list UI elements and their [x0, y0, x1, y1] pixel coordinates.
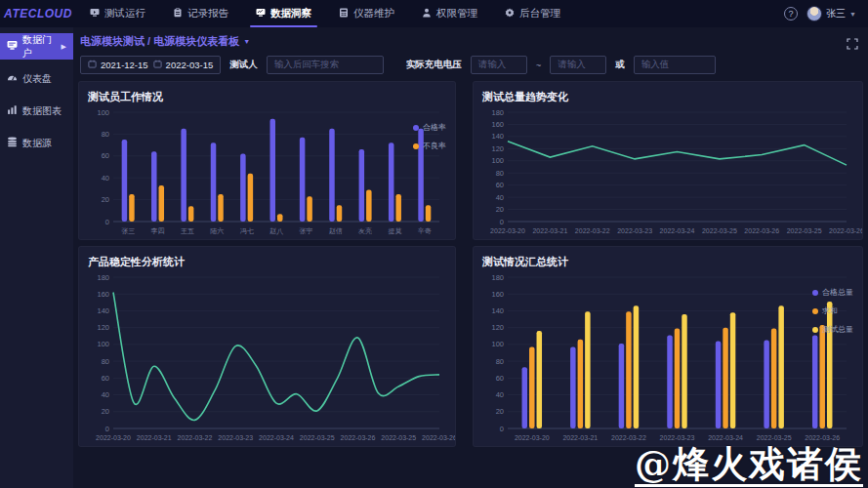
date-end[interactable]: 2022-03-15 — [153, 60, 214, 70]
svg-text:0: 0 — [105, 218, 109, 226]
legend-item[interactable]: 测试总量 — [812, 324, 853, 335]
sidebar-item-dashboard[interactable]: 仪表盘 — [0, 65, 73, 92]
legend-item[interactable]: 合格总量 — [812, 287, 853, 298]
legend-item[interactable]: 合格率 — [413, 122, 446, 133]
breadcrumb[interactable]: 电源模块测试 / 电源模块仪表看板 — [80, 34, 239, 49]
nav-item-test-run[interactable]: 测试运行 — [90, 0, 145, 27]
svg-text:40: 40 — [102, 174, 109, 183]
sidebar-item-label: 数据门户 — [22, 33, 57, 61]
svg-text:2022-03-23: 2022-03-23 — [218, 434, 253, 441]
app-logo[interactable]: ATECLOUD — [0, 7, 76, 20]
svg-text:80: 80 — [102, 357, 109, 366]
legend-label: 不良率 — [423, 141, 446, 151]
svg-text:辛奇: 辛奇 — [418, 227, 432, 234]
value-input[interactable]: 输入值 — [634, 56, 716, 74]
svg-text:赵八: 赵八 — [269, 227, 283, 235]
legend-dot-icon — [812, 327, 818, 333]
watermark: @烽火戏诸侯 — [635, 444, 863, 487]
nav-right: ? 张三 ▼ — [784, 6, 868, 21]
help-icon[interactable]: ? — [784, 7, 798, 20]
svg-text:2022-03-23: 2022-03-23 — [617, 227, 652, 234]
panel-summary: 测试情况汇总统计 0204060801001201401601802022-03… — [473, 246, 863, 447]
legend-dot-icon — [812, 290, 818, 296]
nav-item-backend[interactable]: 后台管理 — [505, 0, 560, 27]
nav-item-label: 记录报告 — [187, 7, 228, 20]
svg-text:20: 20 — [496, 407, 504, 416]
svg-text:2022-03-26: 2022-03-26 — [829, 227, 863, 234]
legend-label: 合格率 — [423, 122, 446, 133]
user-menu[interactable]: 张三 ▼ — [806, 6, 856, 21]
trend-line-chart: 0204060801001201401601802022-03-202022-0… — [478, 106, 858, 237]
svg-text:2022-03-24: 2022-03-24 — [660, 227, 695, 234]
charts-grid: 测试员工作情况 020406080100张三李四王五陆六冯七赵八张宇赵信友亮提莫… — [78, 81, 863, 447]
svg-text:2022-03-21: 2022-03-21 — [532, 227, 567, 234]
svg-text:2022-03-22: 2022-03-22 — [575, 227, 610, 234]
nav-item-permission[interactable]: 权限管理 — [422, 0, 477, 27]
svg-text:2022-03-25: 2022-03-25 — [757, 434, 792, 441]
nav-item-record-report[interactable]: 记录报告 — [173, 0, 228, 27]
fullscreen-icon[interactable] — [847, 36, 858, 54]
top-navigation: ATECLOUD 测试运行 记录报告 数据洞察 仪器维护 权限管理 后台管理 ? — [0, 0, 868, 27]
voltage-label: 实际充电电压 — [406, 59, 462, 71]
svg-text:40: 40 — [496, 390, 504, 399]
voltage-to-select[interactable]: 请输入 — [550, 56, 606, 74]
legend-label: 求和 — [822, 305, 838, 316]
chevron-right-icon: ▶ — [62, 43, 66, 51]
svg-text:160: 160 — [491, 120, 504, 129]
svg-text:2022-03-26: 2022-03-26 — [744, 227, 779, 234]
svg-text:2022-03-25: 2022-03-25 — [702, 227, 737, 234]
chart-title: 测试员工作情况 — [88, 90, 446, 104]
legend-dot-icon — [812, 308, 818, 314]
chart-icon — [7, 104, 18, 117]
calendar-icon — [153, 60, 162, 70]
sidebar-item-label: 数据图表 — [22, 104, 62, 118]
legend-item[interactable]: 不良率 — [413, 141, 446, 151]
stability-line-chart: 0204060801001201401601802022-03-202022-0… — [84, 271, 451, 444]
sidebar-item-data-source[interactable]: 数据源 — [0, 130, 73, 156]
avatar — [806, 6, 822, 21]
svg-text:2022-03-22: 2022-03-22 — [611, 434, 646, 441]
svg-text:2022-03-25: 2022-03-25 — [381, 434, 416, 441]
svg-text:张三: 张三 — [121, 227, 135, 235]
nav-item-label: 测试运行 — [104, 7, 145, 20]
svg-text:100: 100 — [491, 340, 504, 348]
nav-item-data-insight[interactable]: 数据洞察 — [256, 0, 311, 27]
svg-text:100: 100 — [491, 156, 504, 165]
svg-text:80: 80 — [102, 130, 109, 139]
chart-legend: 合格率不良率 — [413, 122, 446, 151]
sidebar-item-label: 数据源 — [22, 137, 52, 150]
svg-text:160: 160 — [97, 290, 109, 299]
summary-bar-chart: 0204060801001201401601802022-03-202022-0… — [478, 271, 858, 444]
main-content: 电源模块测试 / 电源模块仪表看板 ▼ 2021-12-15 2022-03-1… — [73, 27, 868, 488]
svg-text:20: 20 — [496, 205, 504, 214]
sidebar-item-data-charts[interactable]: 数据图表 — [0, 98, 73, 124]
voltage-to-placeholder: 请输入 — [558, 59, 586, 71]
sidebar-item-data-portal[interactable]: 数据门户 ▶ — [0, 33, 73, 60]
nav-item-instrument-maintain[interactable]: 仪器维护 — [339, 0, 394, 27]
svg-text:2022-03-26: 2022-03-26 — [422, 434, 456, 441]
tester-input[interactable]: 输入后回车搜索 — [267, 56, 384, 74]
chart-title: 产品稳定性分析统计 — [88, 255, 446, 269]
username: 张三 — [826, 7, 846, 20]
nav-items: 测试运行 记录报告 数据洞察 仪器维护 权限管理 后台管理 — [90, 0, 784, 27]
legend-item[interactable]: 求和 — [812, 305, 853, 316]
svg-text:提莫: 提莫 — [388, 227, 401, 235]
svg-text:2022-03-21: 2022-03-21 — [562, 434, 598, 441]
voltage-from-select[interactable]: 请输入 — [471, 56, 527, 74]
chart-title: 测试总量趋势变化 — [482, 90, 853, 104]
filter-bar: 2021-12-15 2022-03-15 测试人 输入后回车搜索 实际充电电压… — [80, 56, 863, 74]
nav-item-label: 仪器维护 — [353, 7, 394, 20]
svg-text:2022-03-20: 2022-03-20 — [490, 227, 525, 234]
permission-icon — [422, 8, 432, 20]
svg-text:2022-03-22: 2022-03-22 — [178, 434, 213, 441]
worker-bar-chart: 020406080100张三李四王五陆六冯七赵八张宇赵信友亮提莫辛奇合格率不良率 — [84, 106, 451, 237]
tester-label: 测试人 — [229, 59, 258, 71]
svg-text:140: 140 — [491, 132, 504, 141]
svg-text:20: 20 — [102, 407, 109, 416]
svg-text:0: 0 — [500, 218, 504, 226]
portal-icon — [7, 40, 18, 53]
gear-icon — [505, 8, 515, 20]
svg-text:0: 0 — [105, 425, 109, 433]
date-start[interactable]: 2021-12-15 — [88, 60, 148, 70]
panel-worker-stats: 测试员工作情况 020406080100张三李四王五陆六冯七赵八张宇赵信友亮提莫… — [78, 81, 456, 240]
